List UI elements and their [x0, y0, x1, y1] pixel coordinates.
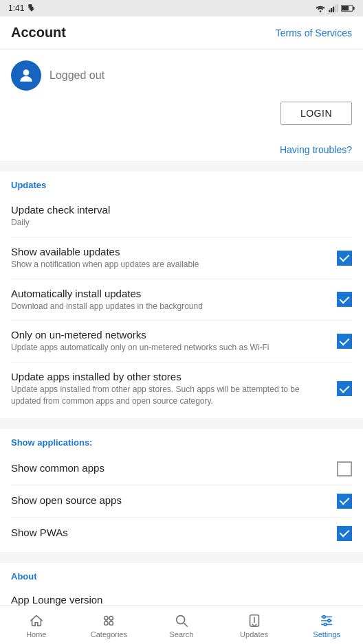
setting-auto-install-title: Automatically install updates — [11, 288, 329, 299]
unmetered-checkbox[interactable] — [337, 334, 352, 349]
troubles-row: Having troubles? — [0, 139, 363, 161]
setting-auto-install-desc: Download and install app updates in the … — [11, 301, 329, 312]
login-button[interactable]: LOGIN — [280, 102, 352, 125]
troubles-link[interactable]: Having troubles? — [280, 144, 352, 155]
nav-categories-label: Categories — [91, 630, 127, 639]
opensource-apps-checkbox-container — [337, 494, 352, 509]
nav-search-label: Search — [170, 630, 194, 639]
show-updates-checkbox-container — [337, 251, 352, 266]
time: 1:41 — [8, 3, 24, 13]
svg-rect-5 — [335, 5, 336, 12]
show-updates-checkbox[interactable] — [337, 251, 352, 266]
setting-update-interval-desc: Daily — [11, 217, 344, 229]
svg-rect-4 — [333, 7, 334, 12]
other-stores-checkbox[interactable] — [337, 381, 352, 396]
setting-update-interval: Update check interval Daily — [11, 196, 352, 238]
svg-point-10 — [23, 69, 30, 76]
scroll-area: Account Terms of Services Logged out LOG… — [0, 16, 363, 606]
signal-icon — [329, 4, 338, 12]
setting-update-interval-title: Update check interval — [11, 204, 344, 216]
setting-show-updates-desc: Show a notification when app updates are… — [11, 259, 329, 271]
setting-common-apps: Show common apps — [11, 453, 352, 485]
auto-install-checkbox[interactable] — [337, 292, 352, 307]
nav-home-label: Home — [26, 630, 46, 639]
setting-show-updates: Show available updates Show a notificati… — [11, 238, 352, 279]
setting-auto-install-text: Automatically install updates Download a… — [11, 288, 337, 312]
about-section-title: About — [11, 571, 352, 582]
setting-common-apps-text: Show common apps — [11, 462, 337, 475]
setting-update-interval-text: Update check interval Daily — [11, 204, 352, 229]
setting-pwas-text: Show PWAs — [11, 527, 337, 540]
svg-line-16 — [184, 623, 187, 626]
svg-point-23 — [328, 619, 331, 622]
svg-point-22 — [323, 615, 326, 618]
nav-settings-label: Settings — [313, 630, 340, 639]
wifi-icon — [315, 4, 326, 12]
account-status: Logged out — [50, 69, 104, 82]
svg-rect-9 — [342, 6, 349, 10]
about-version-item: App Lounge version — [11, 587, 352, 606]
header: Account Terms of Services — [0, 16, 363, 49]
setting-other-stores: Update apps installed by other stores Up… — [11, 363, 352, 418]
auto-install-checkbox-container — [337, 292, 352, 307]
svg-point-12 — [109, 616, 113, 620]
settings-icon — [318, 612, 335, 629]
status-left: 1:41 — [8, 3, 36, 13]
user-icon — [17, 67, 35, 84]
setting-common-apps-title: Show common apps — [11, 462, 329, 474]
login-row: LOGIN — [11, 102, 352, 125]
svg-rect-8 — [353, 7, 355, 10]
setting-opensource-apps-title: Show open source apps — [11, 494, 329, 506]
divider-3 — [0, 552, 363, 557]
svg-point-14 — [109, 621, 113, 625]
setting-show-updates-text: Show available updates Show a notificati… — [11, 246, 337, 271]
setting-unmetered-text: Only on un-metered networks Update apps … — [11, 329, 337, 354]
download-icon — [27, 3, 36, 13]
unmetered-checkbox-container — [337, 334, 352, 349]
pwas-checkbox-container — [337, 526, 352, 541]
setting-other-stores-desc: Update apps installed from other app sto… — [11, 384, 329, 407]
nav-updates-label: Updates — [240, 630, 268, 639]
updates-section: Updates Update check interval Daily Show… — [0, 172, 363, 418]
nav-home[interactable]: Home — [0, 606, 73, 644]
svg-rect-6 — [337, 4, 338, 12]
setting-opensource-apps: Show open source apps — [11, 485, 352, 518]
setting-unmetered-desc: Update apps automatically only on un-met… — [11, 342, 329, 354]
avatar — [11, 60, 41, 91]
svg-point-1 — [320, 10, 322, 12]
setting-other-stores-text: Update apps installed by other stores Up… — [11, 371, 337, 407]
search-icon — [173, 612, 190, 629]
setting-unmetered-title: Only on un-metered networks — [11, 329, 329, 341]
opensource-apps-checkbox[interactable] — [337, 494, 352, 509]
pwas-checkbox[interactable] — [337, 526, 352, 541]
other-stores-checkbox-container — [337, 381, 352, 396]
nav-updates[interactable]: Updates — [218, 606, 291, 644]
account-row: Logged out — [11, 60, 352, 91]
bottom-nav: Home Categories Search — [0, 606, 363, 644]
home-icon — [28, 612, 45, 629]
terms-link[interactable]: Terms of Services — [276, 27, 352, 38]
divider-1 — [0, 161, 363, 166]
nav-categories[interactable]: Categories — [73, 606, 146, 644]
categories-icon — [100, 612, 117, 629]
setting-pwas: Show PWAs — [11, 518, 352, 552]
status-bar: 1:41 — [0, 0, 363, 16]
about-version-title: App Lounge version — [11, 594, 352, 606]
nav-search[interactable]: Search — [145, 606, 218, 644]
common-apps-checkbox-container — [337, 461, 352, 476]
svg-point-24 — [324, 623, 327, 625]
status-right — [315, 4, 355, 12]
show-apps-section-title: Show applications: — [11, 437, 352, 448]
updates-icon — [246, 612, 263, 629]
svg-point-11 — [104, 616, 109, 620]
setting-auto-install: Automatically install updates Download a… — [11, 279, 352, 321]
setting-other-stores-title: Update apps installed by other stores — [11, 371, 329, 382]
setting-unmetered: Only on un-metered networks Update apps … — [11, 321, 352, 363]
nav-settings[interactable]: Settings — [290, 606, 363, 644]
divider-2 — [0, 418, 363, 424]
updates-section-title: Updates — [11, 180, 352, 190]
page-title: Account — [11, 25, 66, 41]
common-apps-checkbox[interactable] — [337, 461, 352, 476]
account-section: Logged out LOGIN — [0, 49, 363, 139]
svg-rect-2 — [329, 10, 330, 12]
